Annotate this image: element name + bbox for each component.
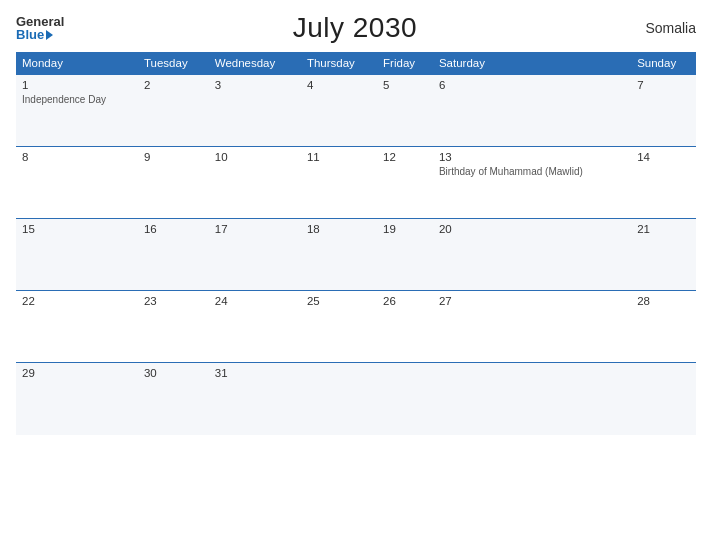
calendar-cell [631, 363, 696, 435]
calendar-week-4: 22232425262728 [16, 291, 696, 363]
holiday-label: Birthday of Muhammad (Mawlid) [439, 165, 625, 178]
day-number: 20 [439, 223, 625, 235]
header-saturday: Saturday [433, 52, 631, 75]
calendar-title: July 2030 [293, 12, 417, 44]
calendar-cell: 28 [631, 291, 696, 363]
day-number: 31 [215, 367, 295, 379]
calendar-cell: 3 [209, 75, 301, 147]
day-header-row: Monday Tuesday Wednesday Thursday Friday… [16, 52, 696, 75]
calendar-cell: 31 [209, 363, 301, 435]
calendar-cell: 17 [209, 219, 301, 291]
calendar-cell: 5 [377, 75, 433, 147]
calendar-cell: 30 [138, 363, 209, 435]
day-number: 14 [637, 151, 690, 163]
day-number: 19 [383, 223, 427, 235]
day-number: 2 [144, 79, 203, 91]
day-number: 11 [307, 151, 371, 163]
calendar-cell: 18 [301, 219, 377, 291]
calendar-cell: 11 [301, 147, 377, 219]
calendar-cell: 8 [16, 147, 138, 219]
calendar-cell: 9 [138, 147, 209, 219]
calendar-cell: 4 [301, 75, 377, 147]
calendar-cell: 21 [631, 219, 696, 291]
calendar-cell: 19 [377, 219, 433, 291]
day-number: 17 [215, 223, 295, 235]
header-thursday: Thursday [301, 52, 377, 75]
calendar-cell: 12 [377, 147, 433, 219]
calendar-cell: 26 [377, 291, 433, 363]
calendar-cell: 10 [209, 147, 301, 219]
calendar-cell: 23 [138, 291, 209, 363]
day-number: 29 [22, 367, 132, 379]
day-number: 27 [439, 295, 625, 307]
header-friday: Friday [377, 52, 433, 75]
calendar-page: General Blue July 2030 Somalia Monday Tu… [0, 0, 712, 550]
calendar-cell: 14 [631, 147, 696, 219]
calendar-cell: 24 [209, 291, 301, 363]
calendar-cell: 16 [138, 219, 209, 291]
day-number: 22 [22, 295, 132, 307]
calendar-cell: 29 [16, 363, 138, 435]
day-number: 6 [439, 79, 625, 91]
header-wednesday: Wednesday [209, 52, 301, 75]
day-number: 18 [307, 223, 371, 235]
calendar-week-1: 1Independence Day234567 [16, 75, 696, 147]
calendar-cell: 15 [16, 219, 138, 291]
calendar-cell: 13Birthday of Muhammad (Mawlid) [433, 147, 631, 219]
calendar-cell [377, 363, 433, 435]
calendar-cell: 22 [16, 291, 138, 363]
calendar-cell: 25 [301, 291, 377, 363]
day-number: 23 [144, 295, 203, 307]
day-number: 24 [215, 295, 295, 307]
day-number: 21 [637, 223, 690, 235]
calendar-week-2: 8910111213Birthday of Muhammad (Mawlid)1… [16, 147, 696, 219]
country-name: Somalia [645, 20, 696, 36]
calendar-cell: 1Independence Day [16, 75, 138, 147]
calendar-cell: 2 [138, 75, 209, 147]
day-number: 1 [22, 79, 132, 91]
day-number: 3 [215, 79, 295, 91]
day-number: 7 [637, 79, 690, 91]
day-number: 15 [22, 223, 132, 235]
header: General Blue July 2030 Somalia [16, 12, 696, 44]
header-tuesday: Tuesday [138, 52, 209, 75]
day-number: 5 [383, 79, 427, 91]
day-number: 25 [307, 295, 371, 307]
calendar-cell [433, 363, 631, 435]
day-number: 30 [144, 367, 203, 379]
day-number: 9 [144, 151, 203, 163]
logo-blue-text: Blue [16, 28, 44, 41]
day-number: 26 [383, 295, 427, 307]
calendar-cell: 20 [433, 219, 631, 291]
day-number: 28 [637, 295, 690, 307]
calendar-week-3: 15161718192021 [16, 219, 696, 291]
calendar-cell [301, 363, 377, 435]
day-number: 16 [144, 223, 203, 235]
holiday-label: Independence Day [22, 93, 132, 106]
day-number: 13 [439, 151, 625, 163]
logo: General Blue [16, 15, 64, 41]
calendar-cell: 6 [433, 75, 631, 147]
calendar-table: Monday Tuesday Wednesday Thursday Friday… [16, 52, 696, 435]
calendar-cell: 7 [631, 75, 696, 147]
day-number: 4 [307, 79, 371, 91]
header-sunday: Sunday [631, 52, 696, 75]
day-number: 12 [383, 151, 427, 163]
day-number: 8 [22, 151, 132, 163]
header-monday: Monday [16, 52, 138, 75]
calendar-cell: 27 [433, 291, 631, 363]
day-number: 10 [215, 151, 295, 163]
calendar-week-5: 293031 [16, 363, 696, 435]
logo-blue-row: Blue [16, 28, 53, 41]
logo-triangle-icon [46, 30, 53, 40]
